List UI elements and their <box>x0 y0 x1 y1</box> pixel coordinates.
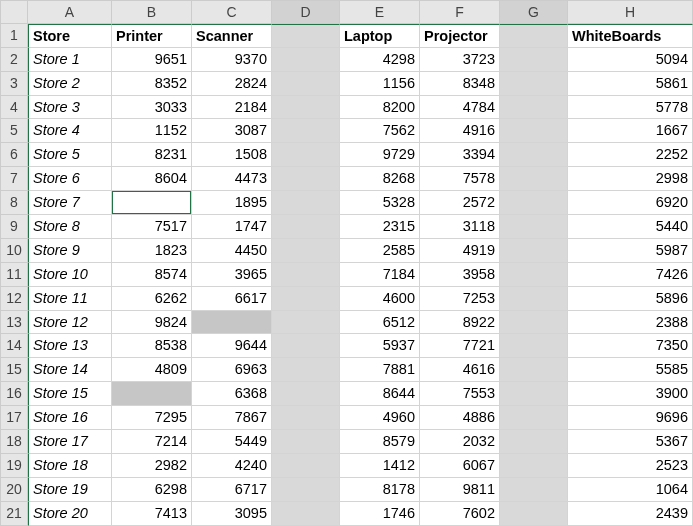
cell-D18[interactable] <box>272 430 340 454</box>
row-header-9[interactable]: 9 <box>0 215 28 239</box>
row-header-2[interactable]: 2 <box>0 48 28 72</box>
cell-G3[interactable] <box>500 72 568 96</box>
column-header-C[interactable]: C <box>192 0 272 24</box>
cell-G15[interactable] <box>500 358 568 382</box>
cell-D15[interactable] <box>272 358 340 382</box>
cell-D11[interactable] <box>272 263 340 287</box>
cell-F8[interactable]: 2572 <box>420 191 500 215</box>
cell-F19[interactable]: 6067 <box>420 454 500 478</box>
cell-F11[interactable]: 3958 <box>420 263 500 287</box>
cell-E6[interactable]: 9729 <box>340 143 420 167</box>
header-cell-C[interactable]: Scanner <box>192 24 272 48</box>
cell-E12[interactable]: 4600 <box>340 287 420 311</box>
header-cell-G[interactable] <box>500 24 568 48</box>
column-header-F[interactable]: F <box>420 0 500 24</box>
cell-G13[interactable] <box>500 311 568 335</box>
row-header-14[interactable]: 14 <box>0 334 28 358</box>
row-header-15[interactable]: 15 <box>0 358 28 382</box>
cell-F5[interactable]: 4916 <box>420 119 500 143</box>
cell-F9[interactable]: 3118 <box>420 215 500 239</box>
cell-H12[interactable]: 5896 <box>568 287 693 311</box>
cell-B16[interactable] <box>112 382 192 406</box>
cell-F20[interactable]: 9811 <box>420 478 500 502</box>
cell-F15[interactable]: 4616 <box>420 358 500 382</box>
cell-A14[interactable]: Store 13 <box>28 334 112 358</box>
cell-D3[interactable] <box>272 72 340 96</box>
cell-F6[interactable]: 3394 <box>420 143 500 167</box>
column-header-G[interactable]: G <box>500 0 568 24</box>
cell-G5[interactable] <box>500 119 568 143</box>
cell-F7[interactable]: 7578 <box>420 167 500 191</box>
cell-F13[interactable]: 8922 <box>420 311 500 335</box>
cell-D12[interactable] <box>272 287 340 311</box>
cell-B20[interactable]: 6298 <box>112 478 192 502</box>
cell-C21[interactable]: 3095 <box>192 502 272 526</box>
row-header-3[interactable]: 3 <box>0 72 28 96</box>
spreadsheet-grid[interactable]: ABCDEFGH1StorePrinterScannerLaptopProjec… <box>0 0 693 526</box>
cell-D20[interactable] <box>272 478 340 502</box>
cell-C9[interactable]: 1747 <box>192 215 272 239</box>
cell-A8[interactable]: Store 7 <box>28 191 112 215</box>
row-header-5[interactable]: 5 <box>0 119 28 143</box>
column-header-H[interactable]: H <box>568 0 693 24</box>
cell-C7[interactable]: 4473 <box>192 167 272 191</box>
header-cell-H[interactable]: WhiteBoards <box>568 24 693 48</box>
cell-G19[interactable] <box>500 454 568 478</box>
cell-C3[interactable]: 2824 <box>192 72 272 96</box>
column-header-D[interactable]: D <box>272 0 340 24</box>
cell-H19[interactable]: 2523 <box>568 454 693 478</box>
cell-H5[interactable]: 1667 <box>568 119 693 143</box>
column-header-A[interactable]: A <box>28 0 112 24</box>
cell-G17[interactable] <box>500 406 568 430</box>
cell-F18[interactable]: 2032 <box>420 430 500 454</box>
cell-E21[interactable]: 1746 <box>340 502 420 526</box>
cell-H15[interactable]: 5585 <box>568 358 693 382</box>
row-header-8[interactable]: 8 <box>0 191 28 215</box>
cell-D19[interactable] <box>272 454 340 478</box>
cell-C8[interactable]: 1895 <box>192 191 272 215</box>
cell-G8[interactable] <box>500 191 568 215</box>
cell-C13[interactable] <box>192 311 272 335</box>
cell-F16[interactable]: 7553 <box>420 382 500 406</box>
header-cell-D[interactable] <box>272 24 340 48</box>
cell-H18[interactable]: 5367 <box>568 430 693 454</box>
cell-B5[interactable]: 1152 <box>112 119 192 143</box>
cell-H4[interactable]: 5778 <box>568 96 693 120</box>
cell-C15[interactable]: 6963 <box>192 358 272 382</box>
cell-H6[interactable]: 2252 <box>568 143 693 167</box>
cell-D9[interactable] <box>272 215 340 239</box>
cell-G20[interactable] <box>500 478 568 502</box>
column-header-E[interactable]: E <box>340 0 420 24</box>
cell-A6[interactable]: Store 5 <box>28 143 112 167</box>
cell-G2[interactable] <box>500 48 568 72</box>
select-all-corner[interactable] <box>0 0 28 24</box>
cell-C6[interactable]: 1508 <box>192 143 272 167</box>
cell-H14[interactable]: 7350 <box>568 334 693 358</box>
cell-B14[interactable]: 8538 <box>112 334 192 358</box>
cell-F14[interactable]: 7721 <box>420 334 500 358</box>
cell-E19[interactable]: 1412 <box>340 454 420 478</box>
cell-F17[interactable]: 4886 <box>420 406 500 430</box>
cell-H3[interactable]: 5861 <box>568 72 693 96</box>
cell-D4[interactable] <box>272 96 340 120</box>
cell-C16[interactable]: 6368 <box>192 382 272 406</box>
cell-A15[interactable]: Store 14 <box>28 358 112 382</box>
cell-A9[interactable]: Store 8 <box>28 215 112 239</box>
row-header-17[interactable]: 17 <box>0 406 28 430</box>
cell-H20[interactable]: 1064 <box>568 478 693 502</box>
cell-E8[interactable]: 5328 <box>340 191 420 215</box>
cell-A4[interactable]: Store 3 <box>28 96 112 120</box>
cell-E9[interactable]: 2315 <box>340 215 420 239</box>
cell-C4[interactable]: 2184 <box>192 96 272 120</box>
cell-C5[interactable]: 3087 <box>192 119 272 143</box>
cell-B8[interactable] <box>112 191 192 215</box>
cell-A18[interactable]: Store 17 <box>28 430 112 454</box>
cell-C2[interactable]: 9370 <box>192 48 272 72</box>
cell-B6[interactable]: 8231 <box>112 143 192 167</box>
cell-E5[interactable]: 7562 <box>340 119 420 143</box>
header-cell-B[interactable]: Printer <box>112 24 192 48</box>
cell-B13[interactable]: 9824 <box>112 311 192 335</box>
cell-F3[interactable]: 8348 <box>420 72 500 96</box>
cell-E18[interactable]: 8579 <box>340 430 420 454</box>
cell-C20[interactable]: 6717 <box>192 478 272 502</box>
